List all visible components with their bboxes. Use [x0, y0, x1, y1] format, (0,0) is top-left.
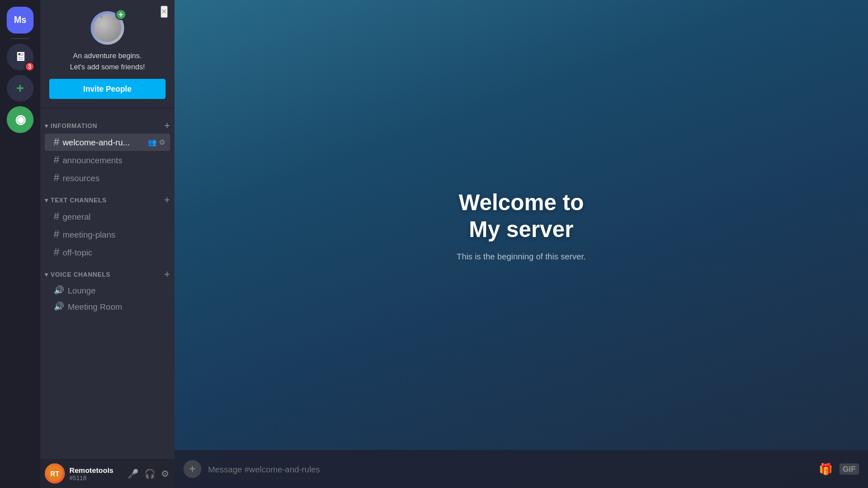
chevron-down-icon: ▾: [45, 271, 49, 278]
sparkle-icon-1: ✦: [99, 14, 103, 20]
welcome-subtitle: This is the beginning of this server.: [457, 252, 586, 261]
add-server-button[interactable]: +: [7, 75, 34, 102]
notification-badge: 3: [25, 61, 35, 72]
channel-name: resources: [63, 173, 100, 183]
message-attach-button[interactable]: +: [183, 460, 201, 478]
channel-list: ▾ INFORMATION + # welcome-and-ru... 👥 ⚙ …: [40, 108, 174, 459]
username: Remotetools: [69, 466, 122, 475]
gift-button[interactable]: 🎁: [819, 462, 833, 476]
hash-icon: #: [54, 211, 59, 222]
channel-action-icons: 👥 ⚙: [148, 138, 166, 146]
svg-text:RT: RT: [50, 470, 60, 478]
add-channel-voice-button[interactable]: +: [164, 269, 170, 279]
chevron-down-icon: ▾: [45, 197, 49, 204]
category-voice-channels[interactable]: ▾ VOICE CHANNELS +: [40, 262, 174, 282]
invite-people-button[interactable]: Invite People: [49, 79, 166, 99]
invite-card-avatar: ✦ · + ✦ +: [91, 11, 124, 45]
user-controls: 🎤 🎧 ⚙: [126, 467, 170, 480]
user-panel: RT Remotetools #5118 🎤 🎧 ⚙: [40, 459, 174, 488]
invite-card-close-button[interactable]: ×: [161, 6, 168, 18]
invite-card-text: An adventure begins. Let's add some frie…: [49, 50, 166, 72]
sparkle-icon-4: ✦: [115, 30, 120, 36]
voice-icon: 🔊: [54, 285, 64, 295]
category-label-voice-channels: VOICE CHANNELS: [51, 271, 111, 278]
microphone-button[interactable]: 🎤: [126, 467, 140, 480]
category-label-text-channels: TEXT CHANNELS: [51, 197, 107, 203]
add-member-icon[interactable]: 👥: [148, 138, 157, 146]
sparkle-icon-2: ·: [93, 22, 95, 29]
channel-sidebar: × ✦ · + ✦ + An adventure begins. Let's a…: [40, 0, 174, 488]
message-right-icons: 🎁 GIF: [819, 462, 859, 476]
voice-icon: 🔊: [54, 301, 64, 311]
user-tag: #5118: [69, 475, 122, 481]
server-divider: [11, 38, 29, 39]
main-content: Welcome to My server This is the beginni…: [174, 0, 868, 488]
server-icon-monitor[interactable]: 🖥 3: [7, 44, 34, 70]
user-settings-button[interactable]: ⚙: [160, 467, 170, 480]
gif-button[interactable]: GIF: [839, 463, 859, 475]
channel-name: announcements: [63, 155, 122, 165]
channel-meeting-plans[interactable]: # meeting-plans: [45, 226, 170, 243]
channel-name: Meeting Room: [68, 302, 122, 311]
hash-icon: #: [54, 229, 59, 240]
compass-icon: ◉: [15, 112, 26, 127]
channel-off-topic[interactable]: # off-topic: [45, 244, 170, 261]
category-information[interactable]: ▾ INFORMATION +: [40, 113, 174, 133]
chevron-down-icon: ▾: [45, 122, 49, 130]
user-avatar: RT: [45, 463, 65, 484]
welcome-title: Welcome to My server: [459, 189, 584, 243]
channel-name: welcome-and-ru...: [63, 138, 130, 147]
avatar-plus-icon: +: [115, 9, 126, 20]
plus-icon: +: [16, 80, 24, 96]
category-label-information: INFORMATION: [51, 122, 97, 129]
channel-general[interactable]: # general: [45, 208, 170, 225]
channel-announcements[interactable]: # announcements: [45, 151, 170, 169]
headphone-button[interactable]: 🎧: [143, 467, 157, 480]
message-bar: + 🎁 GIF: [174, 450, 868, 488]
channel-name: Lounge: [68, 286, 96, 295]
settings-icon[interactable]: ⚙: [159, 138, 166, 146]
channel-welcome-and-rules[interactable]: # welcome-and-ru... 👥 ⚙: [45, 134, 170, 151]
add-channel-text-button[interactable]: +: [164, 195, 170, 205]
add-channel-information-button[interactable]: +: [164, 121, 170, 131]
hash-icon: #: [54, 154, 59, 166]
message-input[interactable]: [208, 465, 812, 474]
plus-icon: +: [189, 463, 196, 476]
server-icon-ms[interactable]: Ms: [7, 7, 34, 34]
hash-icon: #: [54, 172, 59, 184]
hash-icon: #: [54, 247, 59, 258]
invite-card: × ✦ · + ✦ + An adventure begins. Let's a…: [40, 0, 174, 108]
category-text-channels[interactable]: ▾ TEXT CHANNELS +: [40, 187, 174, 207]
welcome-area: Welcome to My server This is the beginni…: [174, 0, 868, 450]
explore-icon[interactable]: ◉: [7, 106, 34, 133]
channel-name: general: [63, 212, 91, 221]
user-avatar-logo: RT: [47, 466, 63, 481]
channel-meeting-room[interactable]: 🔊 Meeting Room: [45, 299, 170, 314]
user-info: Remotetools #5118: [69, 466, 122, 481]
channel-name: meeting-plans: [63, 230, 115, 239]
channel-resources[interactable]: # resources: [45, 169, 170, 187]
server-bar: Ms 🖥 3 + ◉: [0, 0, 40, 488]
hash-icon: #: [54, 136, 59, 148]
channel-name: off-topic: [63, 248, 92, 257]
channel-lounge[interactable]: 🔊 Lounge: [45, 282, 170, 298]
